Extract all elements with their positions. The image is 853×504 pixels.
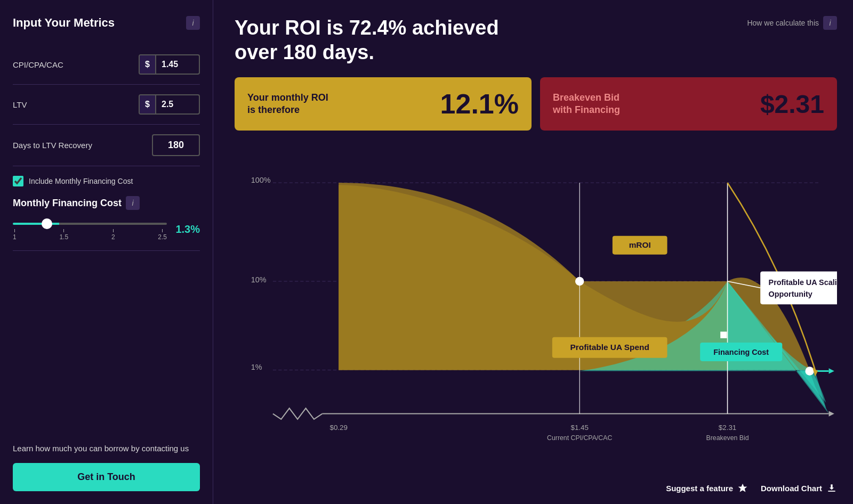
gold-left xyxy=(339,185,580,370)
x-label-231: $2.31 xyxy=(719,424,736,432)
x-label-029: $0.29 xyxy=(329,424,347,432)
teal-arrow-head xyxy=(829,369,834,374)
download-icon xyxy=(826,483,837,493)
slider-container: 1 1.5 2 2.5 1.3% xyxy=(13,217,200,241)
profitable-label-text: Profitable UA Spend xyxy=(570,343,649,352)
monthly-roi-value: 12.1% xyxy=(440,88,519,120)
bottom-bar: Suggest a feature Download Chart xyxy=(235,476,837,493)
cpi-dollar-sign: $ xyxy=(140,55,156,74)
callout-text-line2: Opportunity xyxy=(769,290,812,298)
tick-4: 2.5 xyxy=(158,229,167,241)
how-calculate-text: How we calculate this xyxy=(747,19,819,27)
roi-title: Your ROI is 72.4% achieved over 180 days… xyxy=(235,16,499,64)
how-calculate-info-button[interactable]: i xyxy=(823,16,837,30)
tick-label-2: 1.5 xyxy=(59,233,68,241)
tick-1: 1 xyxy=(13,229,17,241)
roi-title-line1: Your ROI is 72.4% achieved xyxy=(235,17,499,39)
breakeven-label: Breakeven Bid with Financing xyxy=(553,92,638,117)
breakeven-card: Breakeven Bid with Financing $2.31 xyxy=(540,77,837,131)
x-sublabel-breakeven: Breakeven Bid xyxy=(706,434,749,442)
download-chart-action[interactable]: Download Chart xyxy=(761,483,837,493)
x-axis-arrow xyxy=(829,411,834,417)
mroi-dot xyxy=(575,277,584,286)
y-label-1: 1% xyxy=(251,363,262,372)
cpi-row: CPI/CPA/CAC $ xyxy=(13,45,200,85)
financing-slider[interactable] xyxy=(13,223,167,225)
info-button[interactable]: i xyxy=(186,16,200,30)
financing-label-text: Financing Cost xyxy=(713,348,769,356)
zigzag-break xyxy=(273,409,322,420)
days-row: Days to LTV Recovery xyxy=(13,125,200,166)
tick-line-3 xyxy=(113,229,114,232)
ltv-dollar-sign: $ xyxy=(140,95,156,113)
suggest-feature-action[interactable]: Suggest a feature xyxy=(666,483,748,493)
square-marker xyxy=(720,332,727,338)
panel-title: Input Your Metrics xyxy=(13,16,115,30)
financing-info-button[interactable]: i xyxy=(126,196,140,210)
x-label-145: $1.45 xyxy=(570,424,588,432)
roi-title-line2: over 180 days. xyxy=(235,41,374,63)
left-panel: Input Your Metrics i CPI/CPA/CAC $ LTV $… xyxy=(0,0,213,504)
download-chart-text: Download Chart xyxy=(761,484,822,493)
monthly-roi-card: Your monthly ROI is therefore 12.1% xyxy=(235,77,532,131)
cpi-label: CPI/CPA/CAC xyxy=(13,60,63,69)
suggest-icon xyxy=(737,483,748,493)
financing-section: Monthly Financing Cost i 1 1.5 xyxy=(13,196,200,251)
chart-area: 100% 10% 1% xyxy=(235,143,837,476)
ltv-input[interactable] xyxy=(156,95,199,113)
ltv-input-group: $ xyxy=(139,94,200,115)
tick-3: 2 xyxy=(111,229,115,241)
borrow-text: Learn how much you can borrow by contact… xyxy=(13,443,200,455)
callout-text-line1: Profitable UA Scaling xyxy=(769,278,837,287)
chart-svg: 100% 10% 1% xyxy=(235,143,837,476)
tick-label-1: 1 xyxy=(13,233,17,241)
tick-label-4: 2.5 xyxy=(158,233,167,241)
ltv-label: LTV xyxy=(13,100,27,109)
cpi-input-group: $ xyxy=(139,54,200,75)
get-in-touch-button[interactable]: Get in Touch xyxy=(13,463,200,491)
tick-line-4 xyxy=(162,229,163,232)
financing-header: Monthly Financing Cost i xyxy=(13,196,200,210)
mroi-label-text: mROI xyxy=(629,241,651,250)
tick-label-3: 2 xyxy=(111,233,115,241)
tick-line-2 xyxy=(63,229,64,232)
monthly-roi-label: Your monthly ROI is therefore xyxy=(247,92,333,117)
y-label-100: 100% xyxy=(251,176,271,184)
breakeven-value: $2.31 xyxy=(760,90,824,119)
metrics-row: Your monthly ROI is therefore 12.1% Brea… xyxy=(235,77,837,131)
days-label: Days to LTV Recovery xyxy=(13,141,92,150)
suggest-feature-text: Suggest a feature xyxy=(666,484,733,493)
ltv-row: LTV $ xyxy=(13,85,200,125)
days-input[interactable] xyxy=(152,134,200,156)
tick-line-1 xyxy=(14,229,15,232)
right-panel: Your ROI is 72.4% achieved over 180 days… xyxy=(213,0,853,504)
financing-title: Monthly Financing Cost xyxy=(13,198,122,209)
tick-2: 1.5 xyxy=(59,229,68,241)
financing-checkbox[interactable] xyxy=(13,176,23,186)
checkbox-row: Include Monthly Financing Cost xyxy=(13,166,200,196)
slider-wrapper: 1 1.5 2 2.5 xyxy=(13,217,167,241)
how-calculate[interactable]: How we calculate this i xyxy=(747,16,837,30)
cpi-input[interactable] xyxy=(156,55,199,74)
roi-header: Your ROI is 72.4% achieved over 180 days… xyxy=(235,16,837,64)
callout-bg xyxy=(760,272,837,305)
financing-value: 1.3% xyxy=(173,223,200,235)
borrow-section: Learn how much you can borrow by contact… xyxy=(13,432,200,492)
y-label-10: 10% xyxy=(251,275,267,284)
x-sublabel-cpi: Current CPI/CPA/CAC xyxy=(547,434,612,442)
panel-header: Input Your Metrics i xyxy=(13,16,200,30)
checkbox-label: Include Monthly Financing Cost xyxy=(29,177,133,185)
